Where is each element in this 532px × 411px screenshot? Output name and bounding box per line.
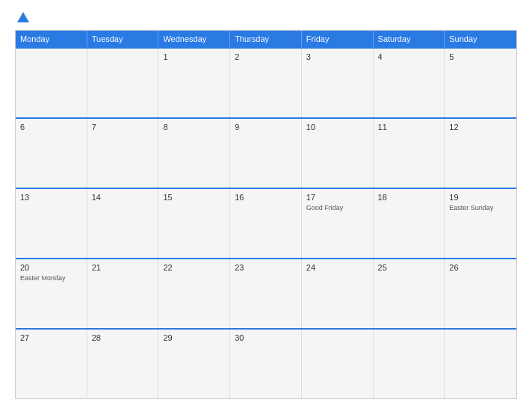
day-number: 27 — [20, 333, 82, 343]
logo — [15, 12, 32, 22]
day-cell-w3d2: 14 — [87, 189, 159, 258]
day-cell-w5d6 — [374, 330, 445, 398]
day-number: 10 — [306, 123, 368, 132]
day-number: 26 — [449, 263, 512, 273]
day-cell-w3d5: 17Good Friday — [302, 189, 374, 258]
day-cell-w4d2: 21 — [87, 259, 159, 328]
day-number: 17 — [306, 193, 368, 203]
logo-triangle-icon — [17, 12, 29, 22]
holiday-name: Good Friday — [306, 204, 368, 212]
day-cell-w4d3: 22 — [158, 259, 230, 328]
holiday-name: Easter Sunday — [449, 204, 512, 212]
day-number: 5 — [449, 52, 512, 62]
week-row-2: 6789101112 — [16, 117, 516, 188]
weeks: 1234567891011121314151617Good Friday1819… — [16, 47, 516, 398]
day-cell-w3d3: 15 — [158, 189, 230, 258]
day-cell-w5d2: 28 — [87, 330, 159, 398]
calendar: Monday Tuesday Wednesday Thursday Friday… — [15, 30, 517, 399]
day-cell-w1d3: 1 — [158, 49, 230, 117]
day-cell-w5d1: 27 — [16, 330, 87, 398]
day-cell-w1d7: 5 — [445, 49, 516, 117]
day-number: 3 — [306, 52, 368, 62]
day-cell-w5d4: 30 — [230, 330, 302, 398]
day-number: 16 — [235, 193, 297, 203]
day-number: 8 — [163, 123, 225, 132]
day-number: 1 — [163, 52, 225, 62]
day-number: 11 — [378, 123, 440, 132]
day-number: 25 — [378, 263, 440, 273]
day-cell-w3d6: 18 — [374, 189, 445, 258]
holiday-name: Easter Monday — [20, 274, 82, 282]
week-row-1: 12345 — [16, 47, 516, 117]
day-number: 18 — [378, 193, 440, 203]
day-number: 20 — [20, 263, 82, 273]
day-header-thursday: Thursday — [230, 31, 302, 47]
day-number: 22 — [163, 263, 225, 273]
day-number: 24 — [306, 263, 368, 273]
day-cell-w3d7: 19Easter Sunday — [445, 189, 516, 258]
day-cell-w2d5: 10 — [302, 119, 374, 188]
day-number: 29 — [163, 333, 225, 343]
day-number: 12 — [449, 123, 512, 132]
day-number: 23 — [235, 263, 297, 273]
day-number: 13 — [20, 193, 82, 203]
day-cell-w4d7: 26 — [445, 259, 516, 328]
day-cell-w2d6: 11 — [374, 119, 445, 188]
day-header-wednesday: Wednesday — [158, 31, 230, 47]
week-row-4: 20Easter Monday212223242526 — [16, 258, 516, 328]
header — [15, 12, 517, 22]
day-cell-w3d1: 13 — [16, 189, 87, 258]
day-cell-w1d1 — [16, 49, 87, 117]
page: Monday Tuesday Wednesday Thursday Friday… — [0, 0, 532, 411]
day-cell-w2d7: 12 — [445, 119, 516, 188]
day-cell-w1d5: 3 — [302, 49, 374, 117]
day-cell-w5d7 — [445, 330, 516, 398]
week-row-5: 27282930 — [16, 328, 516, 398]
day-number: 19 — [449, 193, 512, 203]
day-number: 7 — [92, 123, 154, 132]
day-headers-row: Monday Tuesday Wednesday Thursday Friday… — [16, 31, 516, 47]
day-cell-w2d2: 7 — [87, 119, 159, 188]
day-header-tuesday: Tuesday — [87, 31, 159, 47]
day-number: 9 — [235, 123, 297, 132]
day-cell-w1d4: 2 — [230, 49, 302, 117]
day-header-monday: Monday — [16, 31, 87, 47]
day-number: 15 — [163, 193, 225, 203]
day-cell-w2d3: 8 — [158, 119, 230, 188]
day-cell-w4d5: 24 — [302, 259, 374, 328]
day-header-sunday: Sunday — [445, 31, 516, 47]
day-number: 30 — [235, 333, 297, 343]
day-cell-w1d2 — [87, 49, 159, 117]
day-cell-w5d3: 29 — [158, 330, 230, 398]
day-number: 28 — [92, 333, 154, 343]
day-number: 14 — [92, 193, 154, 203]
day-cell-w3d4: 16 — [230, 189, 302, 258]
day-cell-w5d5 — [302, 330, 374, 398]
day-number: 21 — [92, 263, 154, 273]
day-cell-w2d1: 6 — [16, 119, 87, 188]
day-number: 4 — [378, 52, 440, 62]
day-cell-w1d6: 4 — [374, 49, 445, 117]
day-header-saturday: Saturday — [374, 31, 445, 47]
day-number: 2 — [235, 52, 297, 62]
day-number: 6 — [20, 123, 82, 132]
day-header-friday: Friday — [302, 31, 374, 47]
day-cell-w2d4: 9 — [230, 119, 302, 188]
day-cell-w4d4: 23 — [230, 259, 302, 328]
day-cell-w4d1: 20Easter Monday — [16, 259, 87, 328]
week-row-3: 1314151617Good Friday1819Easter Sunday — [16, 188, 516, 258]
day-cell-w4d6: 25 — [374, 259, 445, 328]
